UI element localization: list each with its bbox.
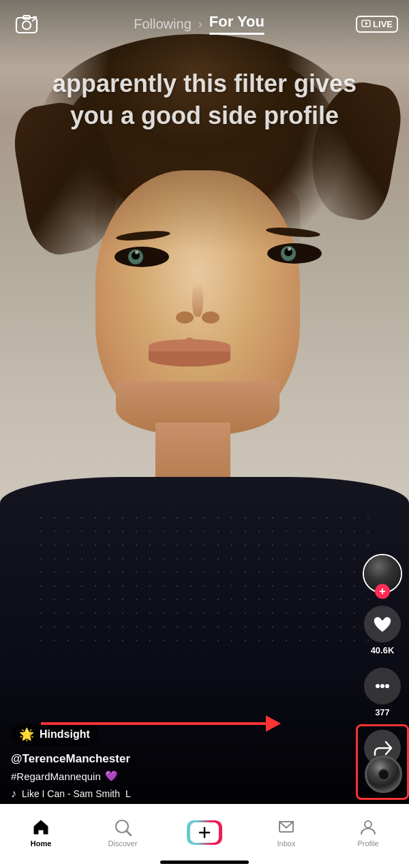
music-line[interactable]: ♪ Like I Can - Sam Smith L (11, 788, 354, 800)
annotation-arrow (41, 715, 281, 732)
hashtag-emoji: 💜 (105, 770, 118, 782)
like-count: 40.6K (371, 645, 395, 655)
svg-point-9 (380, 684, 384, 688)
comment-button[interactable] (364, 668, 401, 704)
camera-button[interactable] (11, 8, 42, 40)
music-extra: L (125, 788, 131, 799)
following-tab[interactable]: Following (134, 16, 191, 32)
create-button[interactable] (187, 820, 222, 845)
video-caption: apparently this filter gives you a good … (0, 68, 409, 132)
comment-count: 377 (375, 707, 390, 717)
home-indicator (160, 861, 249, 864)
creator-avatar-container[interactable]: + (363, 554, 402, 593)
arrow-head (266, 715, 281, 732)
live-button[interactable]: LIVE (356, 16, 398, 33)
discover-label: Discover (108, 839, 138, 848)
svg-line-3 (32, 19, 35, 21)
creator-username[interactable]: @TerenceManchester (11, 752, 354, 766)
like-button[interactable] (364, 606, 401, 642)
follow-plus-button[interactable]: + (375, 584, 390, 599)
svg-marker-7 (365, 22, 368, 25)
music-note-icon: ♪ (11, 788, 16, 800)
nav-profile[interactable]: Profile (327, 818, 409, 848)
nav-create[interactable] (164, 820, 245, 845)
svg-point-8 (376, 684, 380, 688)
top-navigation: Following › For You LIVE (0, 0, 409, 48)
like-button-container[interactable]: 40.6K (364, 606, 401, 655)
filter-emoji: 🌟 (19, 727, 34, 742)
nav-tabs: Following › For You (134, 13, 264, 35)
svg-line-12 (127, 831, 131, 835)
music-album-art[interactable] (365, 756, 402, 793)
svg-point-15 (365, 821, 372, 828)
foryou-tab[interactable]: For You (209, 13, 264, 35)
home-label: Home (31, 839, 52, 848)
hashtag-text[interactable]: #RegardMannequin (11, 771, 101, 782)
nav-discover[interactable]: Discover (82, 818, 164, 848)
svg-point-10 (385, 684, 389, 688)
bottom-navigation: Home Discover (0, 804, 409, 868)
music-track: Like I Can - Sam Smith (22, 788, 120, 799)
profile-icon (359, 818, 378, 837)
svg-point-1 (22, 21, 31, 29)
profile-label: Profile (357, 839, 378, 848)
inbox-label: Inbox (277, 839, 296, 848)
hashtag-line: #RegardMannequin 💜 (11, 770, 354, 782)
nav-home[interactable]: Home (0, 818, 82, 848)
nav-divider: › (198, 17, 202, 31)
inbox-icon (277, 818, 296, 837)
video-info: 🌟 Hindsight @TerenceManchester #RegardMa… (11, 724, 354, 800)
discover-icon (113, 818, 132, 837)
creator-avatar[interactable]: + (363, 554, 402, 593)
nav-inbox[interactable]: Inbox (245, 818, 327, 848)
arrow-line (41, 722, 266, 725)
right-actions: + 40.6K 377 172 (363, 554, 402, 779)
home-icon (31, 818, 50, 837)
comment-button-container[interactable]: 377 (364, 668, 401, 717)
